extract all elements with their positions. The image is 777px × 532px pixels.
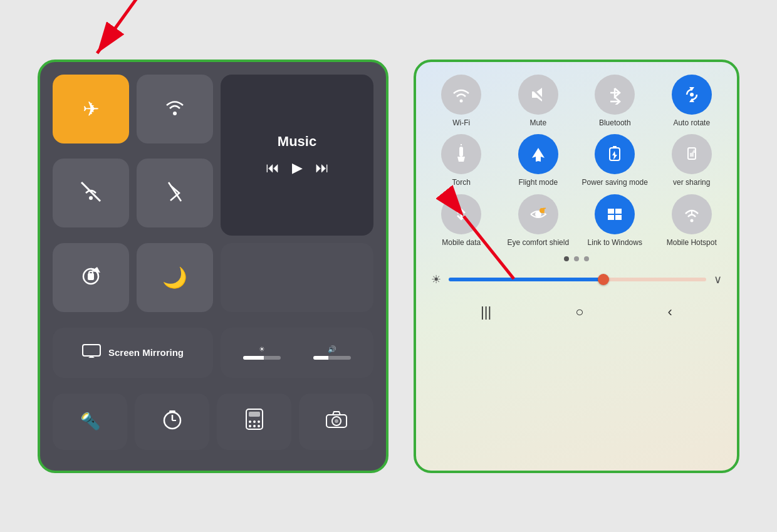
ios-timer-button[interactable] xyxy=(135,394,209,450)
ios-camera-button[interactable] xyxy=(299,394,373,450)
android-wifi-icon xyxy=(441,75,481,115)
svg-point-2 xyxy=(173,112,177,115)
svg-point-28 xyxy=(460,99,463,102)
svg-rect-39 xyxy=(613,146,617,149)
torch-label: Torch xyxy=(452,178,471,188)
ios-bluetooth-button[interactable] xyxy=(137,159,213,227)
android-power-sharing-icon xyxy=(672,134,712,174)
android-brightness-row: ☀ ∨ xyxy=(426,270,727,289)
mute-label: Mute xyxy=(529,118,546,128)
auto-rotate-label: Auto rotate xyxy=(673,118,710,128)
android-mute-tile[interactable]: Mute xyxy=(503,75,574,128)
dot-1 xyxy=(564,256,569,261)
android-grid-row2: Torch Flight mode xyxy=(426,134,727,188)
brightness-chevron-icon[interactable]: ∨ xyxy=(714,273,722,286)
dot-2 xyxy=(574,256,579,261)
android-link-windows-icon xyxy=(595,194,635,234)
home-button[interactable]: ○ xyxy=(575,304,583,320)
svg-rect-36 xyxy=(459,147,463,157)
wifi-icon xyxy=(162,95,187,123)
screen-mirroring-label: Screen Mirroring xyxy=(108,347,184,358)
android-wifi-tile[interactable]: Wi-Fi xyxy=(426,75,497,128)
android-eye-comfort-icon xyxy=(518,194,558,234)
android-mobile-data-icon xyxy=(441,194,481,234)
svg-point-19 xyxy=(258,420,260,423)
camera-icon xyxy=(325,410,348,433)
android-torch-icon xyxy=(441,134,481,174)
dot-3 xyxy=(584,256,589,261)
screen-mirroring-icon xyxy=(82,344,101,361)
wifi-label: Wi-Fi xyxy=(452,118,470,128)
ios-bottom-tools: 🔦 xyxy=(53,394,373,450)
android-torch-tile[interactable]: Torch xyxy=(426,134,497,188)
back-button[interactable]: ‹ xyxy=(668,304,672,320)
android-mobile-data-tile[interactable]: Mobile data xyxy=(426,194,497,248)
svg-rect-48 xyxy=(608,215,614,220)
android-bluetooth-icon xyxy=(595,75,635,115)
ios-music-tile: Music ⏮ ▶ ⏭ xyxy=(221,75,373,236)
no-wifi-icon xyxy=(78,179,103,207)
svg-point-20 xyxy=(249,425,251,427)
brightness-track[interactable] xyxy=(449,278,706,281)
flashlight-icon: 🔦 xyxy=(80,412,100,431)
play-button[interactable]: ▶ xyxy=(292,160,303,176)
android-bluetooth-tile[interactable]: Bluetooth xyxy=(580,75,650,128)
brightness-sun-icon: ☀ xyxy=(431,273,441,286)
android-grid-row3: Mobile data Eye comfort shield xyxy=(426,194,727,248)
svg-point-25 xyxy=(335,419,338,423)
svg-point-18 xyxy=(253,420,256,423)
prev-button[interactable]: ⏮ xyxy=(266,160,279,176)
svg-rect-10 xyxy=(83,345,100,356)
svg-rect-47 xyxy=(615,209,622,214)
android-flight-mode-tile[interactable]: Flight mode xyxy=(503,134,574,188)
ios-sliders-tile: ☀ 🔊 xyxy=(221,328,373,378)
android-link-windows-tile[interactable]: Link to Windows xyxy=(580,194,650,248)
ios-rotation-lock-button[interactable] xyxy=(53,243,129,312)
left-panel-container: ✈ Music ⏮ ▶ ⏭ xyxy=(38,60,388,473)
android-hotspot-icon xyxy=(672,194,712,234)
android-quick-settings: Wi-Fi Mute xyxy=(414,60,739,473)
android-power-sharing-tile[interactable]: ver sharing xyxy=(657,134,727,188)
android-hotspot-tile[interactable]: Mobile Hotspot xyxy=(657,194,727,248)
svg-point-21 xyxy=(253,425,256,427)
brightness-icon: ☀ xyxy=(259,345,265,353)
right-panel-container: Wi-Fi Mute xyxy=(414,60,739,473)
rotation-lock-icon xyxy=(78,264,103,292)
brightness-thumb[interactable] xyxy=(598,274,609,285)
music-controls: ⏮ ▶ ⏭ xyxy=(266,160,329,176)
android-grid-row1: Wi-Fi Mute xyxy=(426,75,727,128)
ios-wifi-button[interactable] xyxy=(137,75,213,143)
android-eye-comfort-tile[interactable]: Eye comfort shield xyxy=(503,194,574,248)
next-button[interactable]: ⏭ xyxy=(315,160,329,176)
moon-icon: 🌙 xyxy=(162,268,187,288)
svg-rect-49 xyxy=(615,215,622,220)
android-power-saving-tile[interactable]: Power saving mode xyxy=(580,134,650,188)
ios-flashlight-button[interactable]: 🔦 xyxy=(53,394,127,450)
svg-rect-16 xyxy=(249,412,260,417)
recents-button[interactable]: ||| xyxy=(481,304,491,320)
mobile-data-label: Mobile data xyxy=(442,238,481,248)
ios-no-wifi-button[interactable] xyxy=(53,159,129,227)
power-sharing-label: ver sharing xyxy=(673,178,710,188)
svg-rect-9 xyxy=(89,271,93,274)
ios-do-not-disturb-button[interactable]: 🌙 xyxy=(137,243,213,312)
svg-point-22 xyxy=(258,425,260,427)
bluetooth-off-icon xyxy=(165,179,184,207)
ios-control-center: ✈ Music ⏮ ▶ ⏭ xyxy=(38,60,388,473)
ios-flight-mode-button[interactable]: ✈ xyxy=(53,75,129,143)
link-windows-label: Link to Windows xyxy=(588,238,642,248)
ios-brightness-slider[interactable]: ☀ xyxy=(243,345,281,360)
android-page-dots xyxy=(426,254,727,264)
ios-calculator-button[interactable] xyxy=(217,394,291,450)
svg-point-35 xyxy=(690,93,694,96)
svg-rect-14 xyxy=(169,410,175,412)
ios-screen-mirroring-button[interactable]: Screen Mirroring xyxy=(53,328,213,378)
ios-volume-slider[interactable]: 🔊 xyxy=(313,345,351,360)
music-label: Music xyxy=(278,133,316,150)
android-auto-rotate-icon xyxy=(672,75,712,115)
ios-empty-tile xyxy=(221,243,373,312)
android-auto-rotate-tile[interactable]: Auto rotate xyxy=(657,75,727,128)
android-mute-icon xyxy=(518,75,558,115)
android-nav-bar: ||| ○ ‹ xyxy=(426,298,727,326)
eye-comfort-label: Eye comfort shield xyxy=(507,238,569,248)
